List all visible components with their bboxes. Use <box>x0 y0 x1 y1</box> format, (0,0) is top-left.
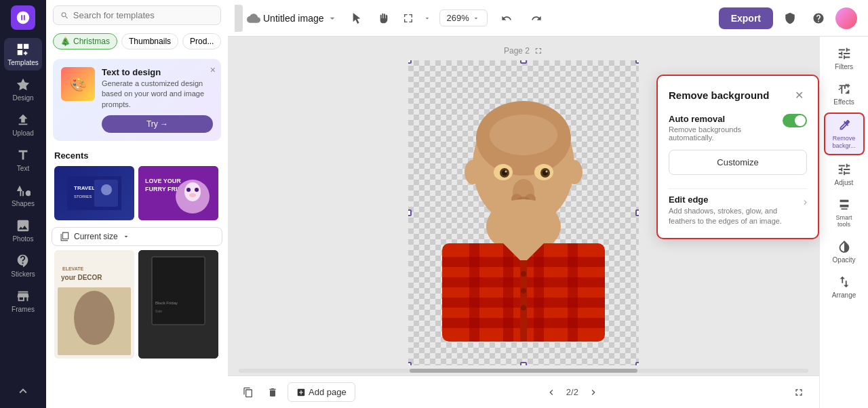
auto-removal-info: Auto removal Remove backgrounds automati… <box>669 114 777 142</box>
filter-tag-prod[interactable]: Prod... <box>182 33 221 49</box>
page-counter: 2/2 <box>566 387 578 397</box>
template-item-2[interactable]: Black Friday Sale <box>138 250 218 359</box>
recents-grid: TRAVEL STORIES LOVE YOUR FURRY FRIEND <box>46 163 228 223</box>
smart-tools-panel-item[interactable]: Smarttools <box>824 193 865 233</box>
chevron-down-icon <box>327 13 338 24</box>
duplicate-page-button[interactable] <box>239 383 258 402</box>
svg-point-25 <box>465 160 481 184</box>
svg-point-55 <box>521 288 526 293</box>
christmas-emoji: 🎄 <box>60 37 71 46</box>
sidebar-item-upload[interactable]: Upload <box>4 108 42 141</box>
user-avatar[interactable] <box>835 7 857 29</box>
sidebar-item-frames[interactable]: Frames <box>4 285 42 317</box>
auto-removal-toggle[interactable] <box>783 114 807 127</box>
promo-card: 🎨 Text to design Generate a customized d… <box>53 59 221 141</box>
bottom-left-tools: Add page <box>239 382 355 402</box>
sidebar-item-stickers[interactable]: Stickers <box>4 249 42 282</box>
frame-tool-button[interactable] <box>397 7 419 29</box>
handle-middle-left[interactable] <box>408 209 412 216</box>
frame-icon <box>403 13 414 24</box>
remove-bg-label: Removebackgr... <box>832 135 855 150</box>
page-navigation: 2/2 <box>542 383 603 402</box>
chevron-down-frame-icon <box>423 14 431 22</box>
edit-edge-row[interactable]: Edit edge Add shadows, strokes, glow, an… <box>669 195 807 227</box>
recent-item-travel[interactable]: TRAVEL STORIES <box>54 166 134 220</box>
svg-point-34 <box>546 171 548 173</box>
handle-bottom-center[interactable] <box>520 362 527 365</box>
template-item-1[interactable]: ELEVATE your DECOR <box>54 250 134 359</box>
promo-card-description: Generate a customized design based on yo… <box>102 79 213 110</box>
sidebar-item-more[interactable] <box>4 380 42 403</box>
promo-close-button[interactable]: × <box>210 64 216 75</box>
duplicate-icon <box>243 387 254 398</box>
sidebar-item-design[interactable]: Design <box>4 73 42 106</box>
adjust-panel-item[interactable]: Adjust <box>824 158 865 190</box>
horizontal-scrollbar[interactable] <box>239 369 808 373</box>
hand-icon <box>377 13 388 24</box>
handle-top-left[interactable] <box>408 60 412 64</box>
hand-tool-button[interactable] <box>372 7 393 29</box>
promo-try-button[interactable]: Try → <box>102 115 213 133</box>
sidebar-item-text[interactable]: Text <box>4 144 42 176</box>
app-logo[interactable] <box>11 5 35 30</box>
svg-point-4 <box>101 184 112 195</box>
opacity-panel-item[interactable]: Opacity <box>824 235 865 268</box>
handle-bottom-right[interactable] <box>635 362 639 365</box>
sidebar: Templates Design Upload Text Shapes Phot… <box>0 0 46 408</box>
pointer-tool-button[interactable] <box>346 7 368 29</box>
expand-view-button[interactable] <box>789 383 808 402</box>
svg-text:Black Friday: Black Friday <box>155 301 178 305</box>
filters-panel-item[interactable]: Filters <box>824 42 865 75</box>
handle-top-right[interactable] <box>635 60 639 64</box>
filter-tag-thumbnails[interactable]: Thumbnails <box>121 33 178 49</box>
recent-item-dog[interactable]: LOVE YOUR FURRY FRIEND <box>138 166 218 220</box>
handle-top-center[interactable] <box>520 60 527 64</box>
collapse-handle[interactable] <box>235 5 243 32</box>
current-size-label: Current size <box>74 232 118 241</box>
recents-title: Recents <box>46 145 228 163</box>
search-input[interactable] <box>73 10 214 20</box>
filter-tag-christmas[interactable]: 🎄 Christmas <box>53 33 117 49</box>
current-size-button[interactable]: Current size <box>52 227 222 246</box>
add-page-button[interactable]: Add page <box>288 382 355 402</box>
filters-label: Filters <box>835 63 853 70</box>
svg-point-9 <box>184 182 201 201</box>
handle-bottom-left[interactable] <box>408 362 412 365</box>
undo-button[interactable] <box>496 7 517 29</box>
help-button[interactable] <box>807 7 830 30</box>
arrange-panel-item[interactable]: Arrange <box>824 270 865 303</box>
page-label: Page 2 <box>504 46 543 56</box>
effects-panel-item[interactable]: Effects <box>824 77 865 110</box>
delete-page-button[interactable] <box>263 383 282 402</box>
filter-tags: 🎄 Christmas Thumbnails Prod... <box>46 30 228 55</box>
export-button[interactable]: Export <box>719 7 773 29</box>
opacity-label: Opacity <box>833 256 856 264</box>
remove-bg-icon <box>837 118 852 133</box>
fullscreen-icon <box>793 387 804 398</box>
canvas-image[interactable]: ↻ <box>408 60 639 365</box>
sidebar-item-photos[interactable]: Photos <box>4 214 42 247</box>
sidebar-item-shapes[interactable]: Shapes <box>4 179 42 211</box>
customize-button[interactable]: Customize <box>669 150 807 175</box>
arrange-icon <box>837 274 852 289</box>
templates-panel: 🎄 Christmas Thumbnails Prod... 🎨 Text to… <box>46 0 228 408</box>
undo-icon <box>501 13 512 24</box>
search-bar[interactable] <box>53 5 221 25</box>
shield-button[interactable] <box>778 7 802 30</box>
remove-bg-panel-item[interactable]: Removebackgr... <box>824 113 865 155</box>
close-remove-bg-button[interactable]: ✕ <box>791 87 807 103</box>
effects-label: Effects <box>833 98 854 106</box>
handle-middle-right[interactable] <box>635 209 639 216</box>
next-page-button[interactable] <box>584 383 603 402</box>
prev-page-button[interactable] <box>542 383 561 402</box>
auto-removal-row: Auto removal Remove backgrounds automati… <box>669 114 807 142</box>
redo-button[interactable] <box>526 7 547 29</box>
filters-icon <box>837 46 852 61</box>
person-image <box>429 84 618 342</box>
canvas-frame: ↻ <box>408 60 639 365</box>
svg-point-11 <box>195 188 199 192</box>
sidebar-item-templates[interactable]: Templates <box>4 38 42 70</box>
sidebar-item-label-frames: Frames <box>12 306 35 313</box>
svg-rect-51 <box>534 243 544 342</box>
zoom-control[interactable]: 269% <box>439 9 488 26</box>
